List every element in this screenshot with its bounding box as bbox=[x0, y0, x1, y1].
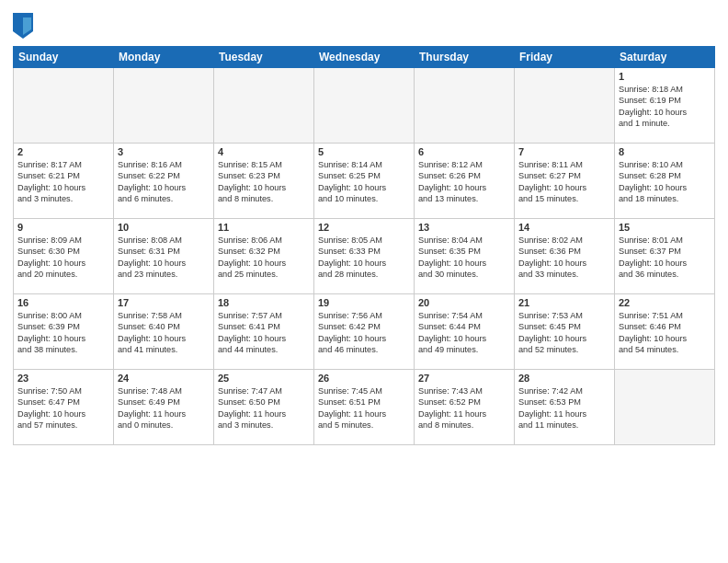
day-info: Sunrise: 7:48 AM Sunset: 6:49 PM Dayligh… bbox=[118, 385, 210, 431]
day-info: Sunrise: 7:42 AM Sunset: 6:53 PM Dayligh… bbox=[518, 385, 610, 431]
calendar-cell: 26Sunrise: 7:45 AM Sunset: 6:51 PM Dayli… bbox=[314, 370, 415, 445]
calendar-cell: 5Sunrise: 8:14 AM Sunset: 6:25 PM Daylig… bbox=[314, 144, 415, 219]
day-number: 3 bbox=[118, 146, 210, 157]
calendar-week-3: 9Sunrise: 8:09 AM Sunset: 6:30 PM Daylig… bbox=[14, 219, 715, 294]
day-number: 22 bbox=[619, 297, 711, 308]
calendar-cell: 24Sunrise: 7:48 AM Sunset: 6:49 PM Dayli… bbox=[114, 370, 214, 445]
calendar-cell: 17Sunrise: 7:58 AM Sunset: 6:40 PM Dayli… bbox=[114, 294, 214, 370]
calendar-cell: 25Sunrise: 7:47 AM Sunset: 6:50 PM Dayli… bbox=[214, 370, 314, 445]
logo-icon bbox=[13, 13, 33, 39]
weekday-row: SundayMondayTuesdayWednesdayThursdayFrid… bbox=[14, 47, 715, 68]
calendar-cell: 4Sunrise: 8:15 AM Sunset: 6:23 PM Daylig… bbox=[214, 144, 314, 219]
day-info: Sunrise: 8:08 AM Sunset: 6:31 PM Dayligh… bbox=[118, 235, 210, 281]
day-number: 21 bbox=[518, 297, 610, 308]
day-number: 24 bbox=[118, 373, 210, 384]
day-number: 9 bbox=[17, 222, 109, 233]
day-info: Sunrise: 8:10 AM Sunset: 6:28 PM Dayligh… bbox=[619, 159, 711, 205]
day-info: Sunrise: 7:47 AM Sunset: 6:50 PM Dayligh… bbox=[218, 385, 310, 431]
day-number: 16 bbox=[17, 297, 109, 308]
day-number: 27 bbox=[418, 373, 510, 384]
calendar-cell: 1Sunrise: 8:18 AM Sunset: 6:19 PM Daylig… bbox=[615, 68, 715, 144]
day-info: Sunrise: 7:53 AM Sunset: 6:45 PM Dayligh… bbox=[518, 310, 610, 356]
day-info: Sunrise: 8:00 AM Sunset: 6:39 PM Dayligh… bbox=[17, 310, 109, 356]
day-info: Sunrise: 7:43 AM Sunset: 6:52 PM Dayligh… bbox=[418, 385, 510, 431]
weekday-header-sunday: Sunday bbox=[14, 47, 114, 68]
day-info: Sunrise: 7:50 AM Sunset: 6:47 PM Dayligh… bbox=[17, 385, 109, 431]
calendar-cell: 27Sunrise: 7:43 AM Sunset: 6:52 PM Dayli… bbox=[415, 370, 515, 445]
day-number: 23 bbox=[17, 373, 109, 384]
calendar-cell: 13Sunrise: 8:04 AM Sunset: 6:35 PM Dayli… bbox=[415, 219, 515, 294]
calendar-cell: 12Sunrise: 8:05 AM Sunset: 6:33 PM Dayli… bbox=[314, 219, 415, 294]
day-number: 18 bbox=[218, 297, 310, 308]
calendar-week-5: 23Sunrise: 7:50 AM Sunset: 6:47 PM Dayli… bbox=[14, 370, 715, 445]
weekday-header-wednesday: Wednesday bbox=[314, 47, 415, 68]
calendar-cell: 23Sunrise: 7:50 AM Sunset: 6:47 PM Dayli… bbox=[14, 370, 114, 445]
page: SundayMondayTuesdayWednesdayThursdayFrid… bbox=[0, 0, 728, 563]
calendar-cell: 21Sunrise: 7:53 AM Sunset: 6:45 PM Dayli… bbox=[515, 294, 615, 370]
day-info: Sunrise: 8:17 AM Sunset: 6:21 PM Dayligh… bbox=[17, 159, 109, 205]
day-number: 19 bbox=[318, 297, 410, 308]
calendar-body: 1Sunrise: 8:18 AM Sunset: 6:19 PM Daylig… bbox=[14, 68, 715, 445]
weekday-header-thursday: Thursday bbox=[415, 47, 515, 68]
day-number: 26 bbox=[318, 373, 410, 384]
calendar-cell: 6Sunrise: 8:12 AM Sunset: 6:26 PM Daylig… bbox=[415, 144, 515, 219]
weekday-header-saturday: Saturday bbox=[615, 47, 715, 68]
weekday-header-tuesday: Tuesday bbox=[214, 47, 314, 68]
calendar-cell: 19Sunrise: 7:56 AM Sunset: 6:42 PM Dayli… bbox=[314, 294, 415, 370]
day-number: 6 bbox=[418, 146, 510, 157]
day-number: 7 bbox=[518, 146, 610, 157]
day-info: Sunrise: 8:05 AM Sunset: 6:33 PM Dayligh… bbox=[318, 235, 410, 281]
day-number: 20 bbox=[418, 297, 510, 308]
day-number: 10 bbox=[118, 222, 210, 233]
calendar-cell: 9Sunrise: 8:09 AM Sunset: 6:30 PM Daylig… bbox=[14, 219, 114, 294]
day-number: 8 bbox=[619, 146, 711, 157]
calendar-header: SundayMondayTuesdayWednesdayThursdayFrid… bbox=[14, 47, 715, 68]
calendar-cell: 22Sunrise: 7:51 AM Sunset: 6:46 PM Dayli… bbox=[615, 294, 715, 370]
day-info: Sunrise: 7:56 AM Sunset: 6:42 PM Dayligh… bbox=[318, 310, 410, 356]
day-number: 12 bbox=[318, 222, 410, 233]
day-number: 13 bbox=[418, 222, 510, 233]
day-info: Sunrise: 8:11 AM Sunset: 6:27 PM Dayligh… bbox=[518, 159, 610, 205]
day-number: 1 bbox=[619, 71, 711, 82]
day-info: Sunrise: 7:45 AM Sunset: 6:51 PM Dayligh… bbox=[318, 385, 410, 431]
day-info: Sunrise: 7:58 AM Sunset: 6:40 PM Dayligh… bbox=[118, 310, 210, 356]
calendar: SundayMondayTuesdayWednesdayThursdayFrid… bbox=[13, 46, 715, 445]
day-info: Sunrise: 8:12 AM Sunset: 6:26 PM Dayligh… bbox=[418, 159, 510, 205]
day-info: Sunrise: 8:16 AM Sunset: 6:22 PM Dayligh… bbox=[118, 159, 210, 205]
day-number: 17 bbox=[118, 297, 210, 308]
day-number: 11 bbox=[218, 222, 310, 233]
calendar-cell: 15Sunrise: 8:01 AM Sunset: 6:37 PM Dayli… bbox=[615, 219, 715, 294]
day-info: Sunrise: 7:51 AM Sunset: 6:46 PM Dayligh… bbox=[619, 310, 711, 356]
day-number: 14 bbox=[518, 222, 610, 233]
calendar-cell: 28Sunrise: 7:42 AM Sunset: 6:53 PM Dayli… bbox=[515, 370, 615, 445]
calendar-cell: 14Sunrise: 8:02 AM Sunset: 6:36 PM Dayli… bbox=[515, 219, 615, 294]
day-info: Sunrise: 8:15 AM Sunset: 6:23 PM Dayligh… bbox=[218, 159, 310, 205]
day-number: 2 bbox=[17, 146, 109, 157]
calendar-cell: 20Sunrise: 7:54 AM Sunset: 6:44 PM Dayli… bbox=[415, 294, 515, 370]
day-number: 28 bbox=[518, 373, 610, 384]
logo bbox=[13, 13, 36, 39]
calendar-week-4: 16Sunrise: 8:00 AM Sunset: 6:39 PM Dayli… bbox=[14, 294, 715, 370]
calendar-cell bbox=[114, 68, 214, 144]
day-number: 15 bbox=[619, 222, 711, 233]
day-number: 25 bbox=[218, 373, 310, 384]
calendar-cell bbox=[214, 68, 314, 144]
weekday-header-friday: Friday bbox=[515, 47, 615, 68]
day-info: Sunrise: 7:54 AM Sunset: 6:44 PM Dayligh… bbox=[418, 310, 510, 356]
day-number: 5 bbox=[318, 146, 410, 157]
weekday-header-monday: Monday bbox=[114, 47, 214, 68]
day-info: Sunrise: 8:14 AM Sunset: 6:25 PM Dayligh… bbox=[318, 159, 410, 205]
day-info: Sunrise: 8:02 AM Sunset: 6:36 PM Dayligh… bbox=[518, 235, 610, 281]
day-info: Sunrise: 8:01 AM Sunset: 6:37 PM Dayligh… bbox=[619, 235, 711, 281]
day-info: Sunrise: 8:04 AM Sunset: 6:35 PM Dayligh… bbox=[418, 235, 510, 281]
calendar-cell: 2Sunrise: 8:17 AM Sunset: 6:21 PM Daylig… bbox=[14, 144, 114, 219]
header bbox=[13, 9, 715, 39]
calendar-cell: 18Sunrise: 7:57 AM Sunset: 6:41 PM Dayli… bbox=[214, 294, 314, 370]
day-info: Sunrise: 8:09 AM Sunset: 6:30 PM Dayligh… bbox=[17, 235, 109, 281]
calendar-week-2: 2Sunrise: 8:17 AM Sunset: 6:21 PM Daylig… bbox=[14, 144, 715, 219]
calendar-cell: 8Sunrise: 8:10 AM Sunset: 6:28 PM Daylig… bbox=[615, 144, 715, 219]
calendar-cell bbox=[515, 68, 615, 144]
day-number: 4 bbox=[218, 146, 310, 157]
calendar-week-1: 1Sunrise: 8:18 AM Sunset: 6:19 PM Daylig… bbox=[14, 68, 715, 144]
calendar-cell bbox=[314, 68, 415, 144]
